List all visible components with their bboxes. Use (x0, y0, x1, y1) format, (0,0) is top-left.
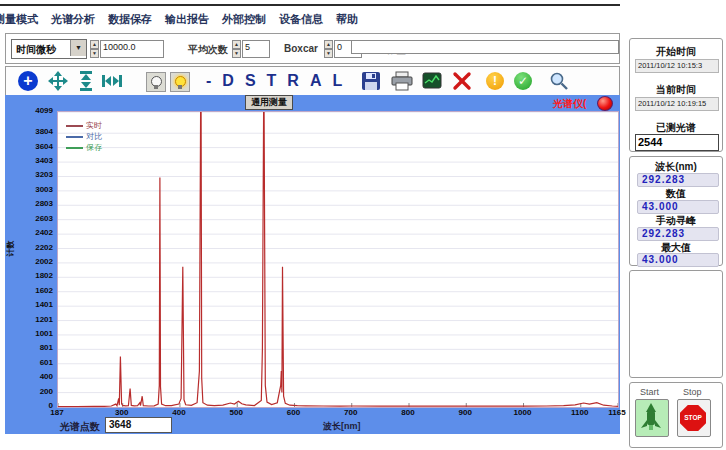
acquisition-control-bar: 时间微秒 ▼ ▲▼ 10000.0 平均次数 ▲▼ 5 Boxcar ▲▼ 0 (5, 33, 620, 64)
current-time-value: 2011/10/12 10:19:15 (635, 97, 719, 111)
y-axis-tick-label: 3003 (19, 186, 53, 194)
measured-spectra-label: 已测光谱 (630, 121, 722, 135)
wavelength-info-box: 波长(nm) 292.283 数值 43.000 手动寻峰 292.283 最大… (629, 156, 723, 266)
y-axis-tick-label: 2002 (19, 258, 53, 266)
menu-item-1[interactable]: 测量模式 (0, 12, 38, 27)
start-time-value: 2011/10/12 10:15:3 (635, 59, 719, 73)
x-axis-title: 波长[nm] (323, 420, 361, 433)
legend-label: 实时 (86, 121, 102, 130)
y-axis-tick-label: 1401 (19, 301, 53, 309)
x-axis-tick-label: 800 (393, 408, 423, 417)
ok-icon[interactable]: ✓ (514, 72, 532, 90)
current-time-label: 当前时间 (630, 83, 722, 97)
stop-sign-icon: STOP (680, 405, 706, 431)
y-axis-tick-label: 1602 (19, 287, 53, 295)
stop-button-label: Stop (683, 387, 702, 397)
max-value: 43.000 (637, 253, 719, 267)
y-axis-tick-label: 400 (19, 373, 53, 381)
window-top-border (0, 4, 620, 6)
x-axis-tick-label: 1100 (565, 408, 595, 417)
rocket-icon (636, 400, 666, 434)
pan-icon[interactable] (48, 71, 68, 91)
lamp-on-icon[interactable] (170, 72, 190, 92)
plot-legend: 实时对比保存 (66, 120, 102, 153)
y-axis-tick-label: 1802 (19, 272, 53, 280)
y-axis-tick-label: 4099 (19, 107, 53, 115)
y-axis-tick-label: 200 (19, 388, 53, 396)
legend-label: 对比 (86, 132, 102, 141)
chevron-down-icon[interactable]: ▼ (70, 40, 86, 56)
menu-item-2[interactable]: 光谱分析 (51, 12, 95, 27)
legend-entry-对比: 对比 (66, 131, 102, 142)
manual-peak-value: 292.283 (637, 227, 719, 241)
count-label: 数值 (630, 187, 722, 201)
average-count-label: 平均次数 (188, 43, 228, 57)
legend-line-icon (66, 125, 83, 127)
y-axis-tick-label: 3203 (19, 171, 53, 179)
search-icon[interactable] (549, 71, 569, 91)
y-axis-tick-label: 3604 (19, 143, 53, 151)
warning-icon[interactable]: ! (486, 72, 504, 90)
y-axis-tick-label: 1001 (19, 330, 53, 338)
spectrum-plot-area[interactable]: 实时对比保存 (57, 111, 619, 408)
vertical-scale-icon[interactable] (76, 71, 96, 91)
x-axis-tick-label: 700 (336, 408, 366, 417)
wavelength-value: 292.283 (637, 173, 719, 187)
status-led-icon (597, 96, 613, 111)
brand-logo: -DSTRAL (206, 72, 353, 90)
start-button[interactable] (635, 399, 669, 437)
menu-item-7[interactable]: 帮助 (336, 12, 358, 27)
menu-item-6[interactable]: 设备信息 (279, 12, 323, 27)
menu-item-5[interactable]: 外部控制 (222, 12, 266, 27)
menu-item-3[interactable]: 数据保存 (108, 12, 152, 27)
boxcar-label: Boxcar (284, 43, 318, 54)
y-axis-tick-label: 3403 (19, 157, 53, 165)
integration-time-field[interactable]: 10000.0 (100, 40, 164, 58)
integration-mode-select[interactable]: 时间微秒 ▼ (11, 39, 87, 59)
measured-spectra-value: 2544 (635, 134, 719, 151)
average-count-field[interactable]: 5 (242, 40, 270, 58)
time-info-box: 开始时间 2011/10/12 10:15:3 当前时间 2011/10/12 … (629, 38, 723, 152)
boxcar-stepper[interactable]: ▲▼ (324, 40, 333, 56)
run-control-box: Start Stop STOP (629, 382, 723, 448)
x-axis-tick-label: 500 (221, 408, 251, 417)
wavelength-label: 波长(nm) (630, 160, 722, 174)
y-axis-tick-label: 2202 (19, 244, 53, 252)
tag-input[interactable] (351, 40, 619, 54)
spectrometer-app-window: 测量模式光谱分析数据保存输出报告外部控制设备信息帮助 时间微秒 ▼ ▲▼ 100… (0, 0, 726, 450)
print-icon[interactable] (391, 71, 411, 91)
average-count-stepper[interactable]: ▲▼ (232, 40, 241, 56)
legend-entry-实时: 实时 (66, 120, 102, 131)
chart-panel: 通用测量 光谱仪( 计数 020040060180110011201140116… (5, 95, 620, 434)
spare-box (629, 270, 723, 378)
stop-button[interactable]: STOP (677, 399, 711, 437)
delete-icon[interactable] (452, 71, 472, 91)
x-axis-tick-labels: 187300400500600700800900100011001165 (5, 408, 620, 418)
legend-line-icon (66, 147, 83, 149)
x-axis-tick-label: 900 (450, 408, 480, 417)
start-time-label: 开始时间 (630, 45, 722, 59)
y-axis-title: 计数 (5, 241, 16, 257)
horizontal-scale-icon[interactable] (102, 71, 122, 91)
spectrum-svg (58, 112, 618, 407)
x-axis-tick-label: 1000 (508, 408, 538, 417)
legend-label: 保存 (86, 143, 102, 152)
zoom-in-icon[interactable]: + (18, 71, 38, 91)
manual-peak-label: 手动寻峰 (630, 214, 722, 228)
integration-mode-value: 时间微秒 (16, 43, 56, 57)
start-button-label: Start (640, 387, 659, 397)
y-axis-tick-label: 601 (19, 359, 53, 367)
screen-icon[interactable] (422, 71, 442, 91)
count-value: 43.000 (637, 200, 719, 214)
x-axis-tick-label: 300 (107, 408, 137, 417)
y-axis-tick-labels: 0200400601801100112011401160218022002220… (19, 95, 53, 434)
x-axis-tick-label: 400 (164, 408, 194, 417)
legend-line-icon (66, 136, 83, 138)
spectrum-points-field[interactable]: 3648 (105, 417, 172, 433)
save-icon[interactable] (361, 71, 381, 91)
integration-time-stepper[interactable]: ▲▼ (90, 40, 99, 56)
tab-general-measurement[interactable]: 通用测量 (245, 95, 293, 110)
menu-item-4[interactable]: 输出报告 (165, 12, 209, 27)
lamp-off-icon[interactable] (146, 72, 166, 92)
y-axis-tick-label: 801 (19, 344, 53, 352)
